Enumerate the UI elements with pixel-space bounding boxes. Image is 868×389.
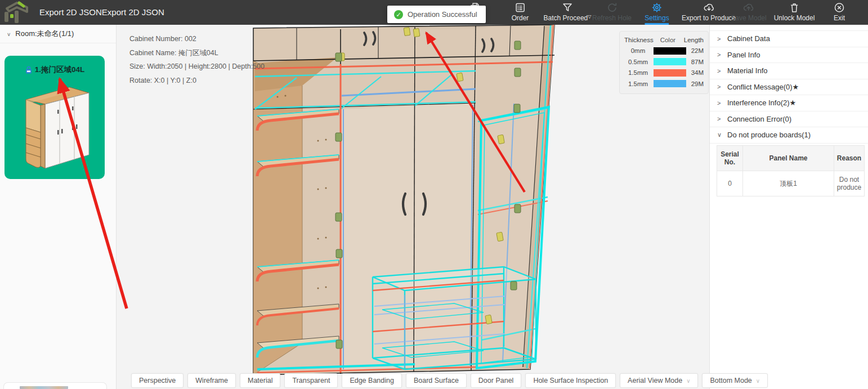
thickness-legend: Thickness Color Length 0mm 22M 0.5mm 87M… [619,31,709,94]
section-conflict-message[interactable]: > Conflict Message(0)★ [710,79,868,96]
view-button-board-surface[interactable]: Board Surface [406,373,467,388]
info-panel: > Cabinet Data > Panel Info > Material I… [709,25,868,389]
success-check-icon: ✓ [394,10,403,19]
toolbar-item-order[interactable]: Order [512,2,529,22]
view-dropdown-aerial-view-mode[interactable]: Aerial View Mode∨ [620,373,698,388]
toolbar-item-save-model[interactable]: Save Model [731,2,766,22]
app-logo-icon [2,1,35,24]
selected-door-frame [477,107,549,368]
funnel-icon [562,2,574,14]
legend-row: 0.5mm 87M [624,56,704,68]
section-material-info[interactable]: > Material Info [710,63,868,79]
gear-icon [651,2,663,14]
toolbar-item-settings[interactable]: Settings [645,2,669,25]
app-window: Export 2D JSONExport 2D JSON Help Order … [0,0,868,389]
chevron-right-icon: > [717,115,727,122]
chevron-right-icon: > [717,35,727,42]
view-button-wireframe[interactable]: Wireframe [187,373,236,388]
chevron-right-icon: > [717,100,727,106]
toolbar-item-exit[interactable]: Exit [834,2,845,22]
view-mode-toolbar: Perspective Wireframe Material Transpare… [131,373,768,388]
toolbar-item-unlock-model[interactable]: Unlock Model [774,2,815,22]
section-interference-info[interactable]: > Interference Info(2)★ [710,95,868,111]
chevron-down-icon: ∨ [7,31,11,37]
chevron-right-icon: > [717,83,727,90]
exit-close-icon [834,2,845,14]
toolbar-item-export-to-produce[interactable]: Export to Produce [682,2,736,22]
cabinet-card-title: 1.掩门区域04L [35,65,85,75]
legend-header-thickness: Thickness [624,37,652,43]
next-cabinet-card-cutoff[interactable] [3,382,107,389]
cabinet-name: Cabinet Name: 掩门区域04L [129,46,265,60]
do-not-produce-table: Serial No. Panel Name Reason 0 顶板1 Do no… [717,145,865,196]
toast-message: Operation Successful [408,10,477,19]
section-do-not-produce-boards[interactable]: ∨ Do not produce boards(1) [710,127,868,144]
toolbar-item-refresh-hole[interactable]: Refresh Hole [592,2,632,22]
chevron-right-icon: > [717,68,727,74]
room-sidebar: ∨ Room:未命名(1/1) 1.掩门区域04L [0,25,117,389]
view-button-material[interactable]: Material [240,373,280,388]
section-panel-info[interactable]: > Panel Info [710,47,868,64]
cloud-download-icon [703,2,715,14]
cell-panel-name: 顶板1 [743,171,834,196]
view-button-door-panel[interactable]: Door Panel [471,373,522,388]
section-connection-error[interactable]: > Connection Error(0) [710,111,868,128]
table-header-row: Serial No. Panel Name Reason [717,146,865,171]
cell-serial: 0 [717,171,743,196]
cabinet-card[interactable]: 1.掩门区域04L [5,56,105,179]
chevron-down-icon: ∨ [756,378,760,384]
view-dropdown-bottom-mode[interactable]: Bottom Mode∨ [702,373,768,388]
chevron-right-icon: > [717,51,727,58]
cabinet-rotate: Rotate: X:0 | Y:0 | Z:0 [129,74,265,88]
section-cabinet-data[interactable]: > Cabinet Data [710,31,868,47]
legend-row: 1.5mm 34M [624,68,704,79]
toolbar-item-batch-proceed[interactable]: Batch Proceed▽ [544,2,592,22]
legend-header-length: Length [684,37,704,43]
cloud-upload-icon [743,2,755,14]
cabinet-number: Cabinet Number: 002 [129,32,265,46]
app-title: Export 2D JSONExport 2D JSON [39,0,164,25]
toast-notification: ✓ Operation Successful [387,6,486,23]
room-header[interactable]: ∨ Room:未命名(1/1) [0,25,116,43]
legend-row: 1.5mm 29M [624,78,704,90]
color-swatch [654,58,686,65]
unlock-model-icon [788,2,800,14]
view-button-perspective[interactable]: Perspective [131,373,184,388]
color-swatch [654,80,686,87]
view-button-hole-surface-inspection[interactable]: Hole Surface Inspection [525,373,616,388]
color-swatch [654,69,686,77]
view-button-edge-banding[interactable]: Edge Banding [342,373,402,388]
room-label: Room:未命名(1/1) [15,29,74,39]
legend-header-color: Color [653,37,683,43]
legend-row: 0mm 22M [624,46,704,57]
lock-icon[interactable] [25,66,33,74]
cabinet-size: Size: Width:2050 | Height:2800 | Depth:5… [129,60,265,74]
order-list-icon [514,2,526,14]
refresh-icon [606,2,618,14]
chevron-down-icon: ∨ [717,131,727,138]
cabinet-info-block: Cabinet Number: 002 Cabinet Name: 掩门区域04… [129,32,265,87]
view-button-transparent[interactable]: Transparent [284,373,338,388]
cell-reason: Do not produce [834,171,865,196]
cabinet-thumbnail [18,81,92,171]
color-swatch [654,47,686,55]
table-row: 0 顶板1 Do not produce [717,171,865,196]
chevron-down-icon: ∨ [686,378,690,384]
